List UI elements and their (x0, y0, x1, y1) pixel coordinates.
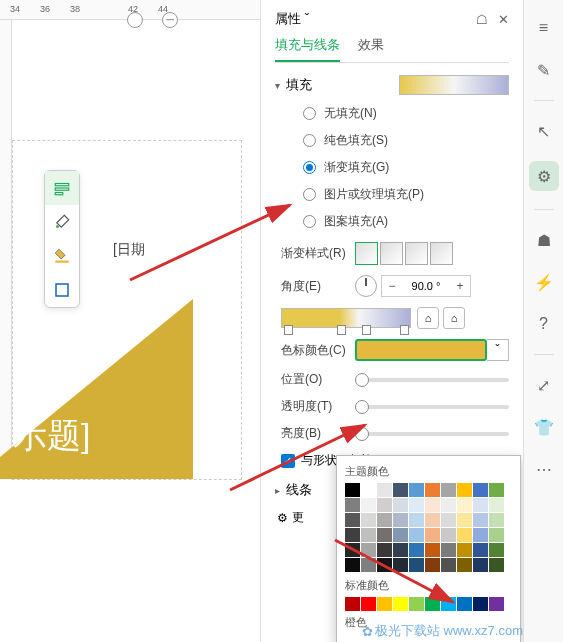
more-label[interactable]: 更 (292, 509, 304, 526)
border-tool[interactable] (45, 273, 79, 307)
add-stop-button[interactable]: ⌂ (417, 307, 439, 329)
color-swatch[interactable] (489, 558, 504, 572)
fill-gradient[interactable]: 渐变填充(G) (303, 159, 509, 176)
color-swatch[interactable] (441, 498, 456, 512)
fill-preview[interactable] (399, 75, 509, 95)
color-swatch[interactable] (489, 483, 504, 497)
color-swatch[interactable] (409, 513, 424, 527)
color-swatch[interactable] (393, 513, 408, 527)
color-swatch[interactable] (473, 558, 488, 572)
pen-icon[interactable]: ✎ (532, 58, 556, 82)
flower-icon: ✿ (362, 624, 373, 639)
stop-color-dropdown[interactable]: ˇ (487, 339, 509, 361)
color-swatch[interactable] (425, 483, 440, 497)
ruler-mark: 36 (40, 4, 50, 14)
color-swatch[interactable] (473, 528, 488, 542)
color-swatch[interactable] (425, 513, 440, 527)
title-placeholder[interactable]: 示题] (13, 413, 90, 459)
color-swatch[interactable] (489, 498, 504, 512)
text-box-tool[interactable] (45, 171, 79, 205)
color-swatch[interactable] (473, 597, 488, 611)
ruler-mark: 38 (70, 4, 80, 14)
floating-toolbar (44, 170, 80, 308)
gradient-stop[interactable] (400, 325, 409, 335)
more-icon[interactable]: ⋯ (532, 457, 556, 481)
pin-icon[interactable]: ☖ (476, 12, 488, 27)
color-swatch[interactable] (473, 543, 488, 557)
gradient-style-options (355, 242, 453, 265)
color-swatch[interactable] (489, 543, 504, 557)
color-swatch[interactable] (377, 513, 392, 527)
color-swatch[interactable] (457, 513, 472, 527)
transform-icon[interactable]: ⤢ (532, 373, 556, 397)
help-icon[interactable]: ? (532, 312, 556, 336)
color-swatch[interactable] (489, 513, 504, 527)
tab-fill-stroke[interactable]: 填充与线条 (275, 36, 340, 62)
lightning-icon[interactable]: ⚡ (532, 270, 556, 294)
angle-increase[interactable]: + (450, 279, 470, 293)
gradient-style-1[interactable] (355, 242, 378, 265)
gradient-style-4[interactable] (430, 242, 453, 265)
gradient-stops-bar[interactable] (281, 308, 411, 328)
color-swatch[interactable] (393, 498, 408, 512)
color-swatch[interactable] (409, 483, 424, 497)
color-tool[interactable] (45, 239, 79, 273)
selection-handle-minus[interactable]: − (162, 12, 178, 28)
gradient-style-3[interactable] (405, 242, 428, 265)
stop-color-label: 色标颜色(C) (281, 342, 355, 359)
color-swatch[interactable] (393, 483, 408, 497)
stamp-icon[interactable]: ☗ (532, 228, 556, 252)
svg-line-6 (130, 205, 290, 280)
fill-section-header[interactable]: ▾ 填充 (275, 75, 509, 95)
tab-effects[interactable]: 效果 (358, 36, 384, 62)
gradient-style-2[interactable] (380, 242, 403, 265)
color-swatch[interactable] (377, 498, 392, 512)
color-swatch[interactable] (361, 513, 376, 527)
gradient-stop[interactable] (337, 325, 346, 335)
color-swatch[interactable] (489, 597, 504, 611)
cursor-icon[interactable]: ↖ (532, 119, 556, 143)
color-swatch[interactable] (489, 528, 504, 542)
stop-color-preview[interactable] (355, 339, 487, 361)
position-label: 位置(O) (281, 371, 355, 388)
brush-tool[interactable] (45, 205, 79, 239)
settings-active-icon[interactable]: ⚙ (529, 161, 559, 191)
shirt-icon[interactable]: 👕 (532, 415, 556, 439)
gradient-stop[interactable] (362, 325, 371, 335)
fill-pattern[interactable]: 图案填充(A) (303, 213, 509, 230)
fill-solid[interactable]: 纯色填充(S) (303, 132, 509, 149)
color-swatch[interactable] (425, 498, 440, 512)
color-swatch[interactable] (473, 483, 488, 497)
color-swatch[interactable] (473, 513, 488, 527)
fill-type-group: 无填充(N) 纯色填充(S) 渐变填充(G) 图片或纹理填充(P) 图案填充(A… (275, 105, 509, 230)
panel-tabs: 填充与线条 效果 (275, 36, 509, 63)
ruler-mark: 34 (10, 4, 20, 14)
svg-rect-0 (55, 184, 69, 186)
fill-picture[interactable]: 图片或纹理填充(P) (303, 186, 509, 203)
svg-rect-4 (55, 261, 69, 263)
gradient-stop[interactable] (284, 325, 293, 335)
color-swatch[interactable] (441, 513, 456, 527)
selection-handle[interactable] (127, 12, 143, 28)
menu-icon[interactable]: ≡ (532, 16, 556, 40)
angle-decrease[interactable]: − (382, 279, 402, 293)
remove-stop-button[interactable]: ⌂ (443, 307, 465, 329)
color-swatch[interactable] (345, 498, 360, 512)
color-swatch[interactable] (345, 513, 360, 527)
close-icon[interactable]: ✕ (498, 12, 509, 27)
svg-rect-1 (55, 188, 69, 190)
color-swatch[interactable] (441, 483, 456, 497)
color-swatch[interactable] (409, 498, 424, 512)
position-slider[interactable] (355, 378, 509, 382)
transparency-slider[interactable] (355, 405, 509, 409)
fill-none[interactable]: 无填充(N) (303, 105, 509, 122)
angle-value[interactable]: 90.0 ° (402, 280, 450, 292)
color-swatch[interactable] (457, 483, 472, 497)
color-swatch[interactable] (361, 498, 376, 512)
color-swatch[interactable] (473, 498, 488, 512)
svg-rect-2 (55, 193, 63, 195)
annotation-arrow (130, 200, 310, 284)
color-swatch[interactable] (457, 498, 472, 512)
angle-dial[interactable] (355, 275, 377, 297)
more-settings-icon[interactable]: ⚙ (277, 511, 288, 525)
